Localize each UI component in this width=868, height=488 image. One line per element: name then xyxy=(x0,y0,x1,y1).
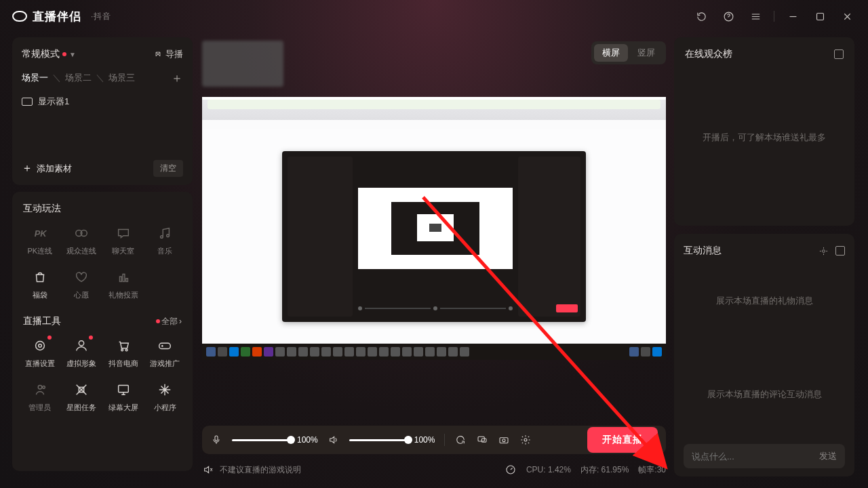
add-scene-button[interactable]: ＋ xyxy=(171,70,183,86)
speaker-icon[interactable] xyxy=(328,434,340,446)
close-button[interactable] xyxy=(838,7,856,25)
status-bar: 不建议直播的游戏说明 CPU: 1.42% 内存: 61.95% 帧率:30 xyxy=(202,460,666,480)
chat-icon xyxy=(115,224,132,242)
tool-item-spark[interactable]: 小程序 xyxy=(144,381,186,413)
tool-item-chat[interactable]: 聊天室 xyxy=(102,224,144,256)
tool-item-settings[interactable]: 直播设置 xyxy=(19,337,61,369)
mic-icon[interactable] xyxy=(210,434,222,446)
chevron-right-icon: › xyxy=(179,317,182,326)
tool-label: PK连线 xyxy=(27,246,52,256)
svg-point-13 xyxy=(121,349,123,351)
speaker-percent: 100% xyxy=(414,435,435,445)
msg-settings-icon[interactable] xyxy=(818,246,829,256)
tools-dot-icon xyxy=(156,319,160,323)
svg-point-26 xyxy=(524,439,527,441)
minimize-button[interactable] xyxy=(784,7,802,25)
tool-item-vote[interactable]: 礼物投票 xyxy=(102,268,144,300)
clear-button[interactable]: 清空 xyxy=(153,160,183,177)
monitor-icon xyxy=(22,98,33,106)
messages-panel: 互动消息 展示本场直播的礼物消息 展示本场直播的评论互动消息 发送 xyxy=(674,234,854,476)
preview-thumbnail xyxy=(202,41,283,87)
app-logo: 直播伴侣 ·抖音 xyxy=(12,9,111,24)
all-label: 全部 xyxy=(161,316,178,327)
menu-icon[interactable] xyxy=(747,7,764,25)
tool-item-avatar[interactable]: 虚拟形象 xyxy=(61,337,103,369)
maximize-button[interactable] xyxy=(811,7,829,25)
tool-item-screen[interactable]: 绿幕大屏 xyxy=(102,381,144,413)
help-icon[interactable] xyxy=(719,7,737,25)
svg-rect-9 xyxy=(125,279,127,282)
svg-rect-19 xyxy=(118,386,128,392)
add-source-button[interactable]: ＋ 添加素材 xyxy=(22,161,72,176)
screen-capture[interactable] xyxy=(202,97,666,360)
camera-icon[interactable] xyxy=(498,434,510,446)
all-tools-link[interactable]: 全部 › xyxy=(156,316,182,327)
sync-icon[interactable] xyxy=(454,434,467,446)
tool-item-gamepad[interactable]: 游戏推广 xyxy=(144,337,186,369)
interactive-section-title: 互动玩法 xyxy=(19,203,186,215)
tool-item-pk[interactable]: PKPK连线 xyxy=(19,224,61,256)
settings-icon xyxy=(31,337,49,354)
tool-item-cart[interactable]: 抖音电商 xyxy=(102,337,144,369)
scene-tab-3[interactable]: 场景三 xyxy=(108,72,135,84)
director-button[interactable]: 导播 xyxy=(153,48,183,60)
tool-label: 礼物投票 xyxy=(108,290,138,300)
tool-item-star[interactable]: 星图任务 xyxy=(61,381,103,413)
tool-item-bag[interactable]: 福袋 xyxy=(19,268,61,300)
messages-title: 互动消息 xyxy=(684,245,722,257)
director-label: 导播 xyxy=(165,48,183,60)
pk-icon: PK xyxy=(31,224,49,242)
scene-tab-1[interactable]: 场景一 xyxy=(22,72,48,84)
divider xyxy=(774,11,774,22)
portrait-button[interactable]: 竖屏 xyxy=(629,44,663,62)
chat-input[interactable] xyxy=(692,451,814,462)
comment-msg-placeholder: 展示本场直播的评论互动消息 xyxy=(684,388,845,401)
settings-icon[interactable] xyxy=(519,434,532,446)
gift-msg-placeholder: 展示本场直播的礼物消息 xyxy=(684,295,845,307)
mode-dot-icon xyxy=(62,52,66,56)
svg-point-10 xyxy=(35,342,44,350)
chevron-down-icon: ▼ xyxy=(69,51,76,58)
bag-icon xyxy=(31,268,49,286)
send-button[interactable]: 发送 xyxy=(819,450,837,462)
tool-label: 小程序 xyxy=(154,403,176,413)
svg-point-16 xyxy=(38,386,42,390)
refresh-icon[interactable] xyxy=(692,7,710,25)
tool-item-wish[interactable]: 心愿 xyxy=(61,268,103,300)
tools-panel: 互动玩法 PKPK连线观众连线聊天室音乐福袋心愿礼物投票 直播工具 全部 › 直… xyxy=(12,192,193,471)
popout-icon[interactable] xyxy=(835,246,845,256)
audience-rank-title: 在线观众榜 xyxy=(685,48,732,60)
svg-rect-21 xyxy=(215,436,218,441)
notification-dot-icon xyxy=(47,336,52,340)
landscape-button[interactable]: 横屏 xyxy=(594,44,628,62)
svg-point-11 xyxy=(38,344,41,348)
logo-icon xyxy=(12,11,27,22)
source-item[interactable]: 显示器1 xyxy=(22,96,183,108)
game-warning-link[interactable]: 不建议直播的游戏说明 xyxy=(220,464,301,476)
screen-share-icon[interactable] xyxy=(476,434,488,446)
preview-area: 横屏 竖屏 xyxy=(202,37,666,417)
cpu-stat: CPU: 1.42% xyxy=(526,465,571,474)
add-source-label: 添加素材 xyxy=(37,163,72,175)
star-icon xyxy=(73,381,90,399)
fps-stat: 帧率:30 xyxy=(638,464,666,476)
speaker-slider[interactable]: 100% xyxy=(349,435,435,445)
scene-panel: 常规模式 ▼ 导播 场景一 ＼ 场景二 ＼ 场景三 ＋ 显示器1 ＋ 添加素材 … xyxy=(12,37,193,185)
svg-point-6 xyxy=(167,235,170,237)
svg-text:PK: PK xyxy=(35,228,47,239)
tool-label: 星图任务 xyxy=(66,403,96,413)
cart-icon xyxy=(115,337,132,354)
mode-selector[interactable]: 常规模式 ▼ xyxy=(22,48,76,60)
scene-tab-2[interactable]: 场景二 xyxy=(65,72,92,84)
tool-item-music[interactable]: 音乐 xyxy=(144,224,186,256)
svg-rect-8 xyxy=(123,274,125,281)
tool-item-link[interactable]: 观众连线 xyxy=(61,224,103,256)
svg-point-14 xyxy=(125,349,127,351)
tool-item-admin[interactable]: 管理员 xyxy=(19,381,61,413)
mic-slider[interactable]: 100% xyxy=(232,435,318,445)
popout-icon[interactable] xyxy=(834,49,844,59)
svg-rect-22 xyxy=(478,436,484,441)
start-stream-button[interactable]: 开始直播 xyxy=(587,427,658,453)
svg-point-17 xyxy=(42,386,45,389)
wish-icon xyxy=(73,268,90,286)
